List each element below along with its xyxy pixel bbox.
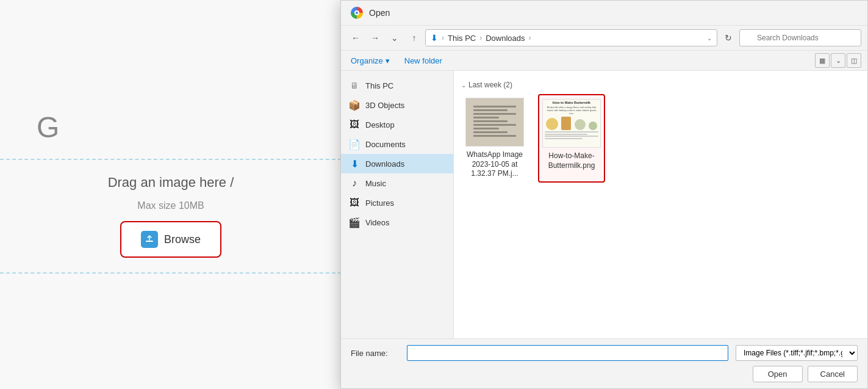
- organize-arrow: ▾: [386, 56, 390, 65]
- dialog-bottom-bar: File name: Image Files (*.tiff;*.jfif;*.…: [341, 338, 867, 388]
- dropdown-button[interactable]: ⌄: [386, 29, 403, 46]
- sidebar-item-pictures[interactable]: 🖼 Pictures: [341, 193, 453, 213]
- browse-button[interactable]: Browse: [120, 221, 221, 258]
- bm-img-4: [589, 122, 597, 130]
- view-pane-button[interactable]: ◫: [847, 53, 861, 68]
- address-bar[interactable]: ⬇ › This PC › Downloads › ⌄: [425, 29, 717, 46]
- address-folder-icon: ⬇: [431, 33, 438, 43]
- desktop-icon: 🖼: [348, 118, 360, 131]
- section-chevron-icon: ⌄: [461, 82, 466, 89]
- sidebar-item-documents[interactable]: 📄 Documents: [341, 134, 453, 154]
- wa-line-1: [473, 106, 516, 107]
- wa-line-4: [473, 117, 499, 118]
- buttermilk-images: [545, 117, 598, 130]
- wa-lines: [473, 106, 516, 139]
- videos-icon: 🎬: [348, 216, 360, 228]
- dialog-buttons: Open Cancel: [351, 366, 858, 382]
- search-wrapper: 🔍: [739, 29, 861, 46]
- bm-text-rows: [545, 131, 598, 139]
- downloads-icon: ⬇: [348, 158, 360, 170]
- buttermilk-thumb-content: How to Make Buttermilk Buttermilk adds a…: [543, 99, 600, 148]
- buttermilk-thumb-title: How to Make Buttermilk: [545, 101, 598, 104]
- dialog-files-area: ⌄ Last week (2): [454, 71, 867, 338]
- dialog-cancel-button[interactable]: Cancel: [808, 366, 858, 382]
- new-folder-label: New folder: [404, 56, 442, 65]
- sidebar-label-downloads: Downloads: [365, 159, 404, 169]
- buttermilk-thumbnail: How to Make Buttermilk Buttermilk adds a…: [542, 99, 601, 148]
- pictures-icon: 🖼: [348, 197, 360, 209]
- svg-rect-0: [146, 241, 153, 242]
- buttermilk-thumb-subtitle: Buttermilk adds a tangy flavor and acidi…: [545, 106, 598, 115]
- bg-content-area: G Drag an image here / Max size 10MB Bro…: [0, 0, 342, 389]
- documents-icon: 📄: [348, 138, 360, 150]
- view-buttons: ▦ ⌄ ◫: [815, 53, 861, 68]
- file-item-buttermilk[interactable]: How to Make Buttermilk Buttermilk adds a…: [538, 94, 605, 183]
- sidebar-label-3d-objects: 3D Objects: [365, 101, 404, 110]
- wa-line-2: [473, 109, 508, 111]
- browse-icon: [141, 231, 158, 248]
- bg-dashed-line-top: [0, 159, 342, 160]
- buttermilk-file-name: How-to-Make-Buttermilk.png: [543, 151, 600, 170]
- bg-dashed-line-bottom: [0, 272, 342, 274]
- view-thumbnails-button[interactable]: ▦: [815, 53, 830, 68]
- address-downloads: Downloads: [486, 34, 525, 43]
- forward-button[interactable]: →: [367, 29, 384, 46]
- file-item-whatsapp[interactable]: WhatsApp Image 2023-10-05 at 1.32.37 PM.…: [461, 94, 528, 183]
- wa-line-3: [473, 113, 516, 115]
- dialog-actions-bar: Organize ▾ New folder ▦ ⌄ ◫: [341, 51, 867, 71]
- chrome-icon: [351, 7, 363, 19]
- address-separator-2: ›: [479, 34, 482, 42]
- back-button[interactable]: ←: [347, 29, 364, 46]
- bm-img-3: [575, 119, 586, 130]
- browse-label: Browse: [164, 233, 201, 246]
- dialog-titlebar: Open: [341, 1, 867, 26]
- sidebar-item-downloads[interactable]: ⬇ Downloads: [341, 154, 453, 173]
- wa-line-8: [473, 131, 508, 133]
- refresh-button[interactable]: ↻: [720, 29, 737, 46]
- 3d-objects-icon: 📦: [348, 99, 360, 111]
- filename-input[interactable]: [407, 345, 728, 361]
- whatsapp-thumbnail: [465, 98, 524, 147]
- dialog-toolbar: ← → ⌄ ↑ ⬇ › This PC › Downloads › ⌄ ↻ 🔍: [341, 26, 867, 51]
- filetype-select[interactable]: Image Files (*.tiff;*.jfif;*.bmp;*.g: [736, 345, 858, 361]
- filename-label: File name:: [351, 349, 400, 358]
- search-input[interactable]: [739, 29, 861, 46]
- bm-row-1: [545, 131, 598, 133]
- dialog-open-button[interactable]: Open: [753, 366, 803, 382]
- bm-row-4: [545, 138, 583, 139]
- section-header: ⌄ Last week (2): [461, 78, 860, 94]
- up-button[interactable]: ↑: [406, 29, 423, 46]
- music-icon: ♪: [348, 177, 360, 189]
- filename-row: File name: Image Files (*.tiff;*.jfif;*.…: [351, 345, 858, 361]
- file-open-dialog: Open ← → ⌄ ↑ ⬇ › This PC › Downloads › ⌄…: [340, 0, 868, 389]
- new-folder-button[interactable]: New folder: [401, 54, 446, 68]
- wa-line-9: [473, 135, 516, 137]
- sidebar-item-this-pc[interactable]: 🖥 This PC: [341, 76, 453, 95]
- sidebar-label-this-pc: This PC: [365, 81, 393, 90]
- address-separator-1: ›: [442, 34, 444, 42]
- dialog-body: 🖥 This PC 📦 3D Objects 🖼 Desktop 📄 Docum…: [341, 71, 867, 338]
- sidebar-label-desktop: Desktop: [365, 120, 395, 129]
- dialog-sidebar: 🖥 This PC 📦 3D Objects 🖼 Desktop 📄 Docum…: [341, 71, 454, 338]
- address-dropdown-icon: ⌄: [707, 35, 712, 42]
- view-dropdown-button[interactable]: ⌄: [831, 53, 845, 68]
- sidebar-label-pictures: Pictures: [365, 198, 394, 208]
- sidebar-item-desktop[interactable]: 🖼 Desktop: [341, 115, 453, 134]
- sidebar-item-music[interactable]: ♪ Music: [341, 173, 453, 193]
- address-this-pc: This PC: [448, 34, 476, 43]
- max-size-text: Max size 10MB: [137, 200, 204, 211]
- bm-img-2: [561, 117, 571, 130]
- wa-line-7: [473, 128, 499, 129]
- section-header-text: Last week (2): [468, 81, 512, 89]
- chrome-inner-circle: [354, 10, 359, 15]
- bm-img-1: [546, 118, 558, 130]
- sidebar-label-documents: Documents: [365, 140, 406, 149]
- dialog-title: Open: [369, 8, 390, 18]
- sidebar-item-videos[interactable]: 🎬 Videos: [341, 213, 453, 232]
- organize-button[interactable]: Organize ▾: [347, 54, 393, 68]
- bm-row-3: [545, 136, 598, 137]
- bm-row-2: [545, 134, 587, 135]
- sidebar-item-3d-objects[interactable]: 📦 3D Objects: [341, 95, 453, 115]
- sidebar-label-music: Music: [365, 179, 386, 188]
- files-grid: WhatsApp Image 2023-10-05 at 1.32.37 PM.…: [461, 94, 860, 183]
